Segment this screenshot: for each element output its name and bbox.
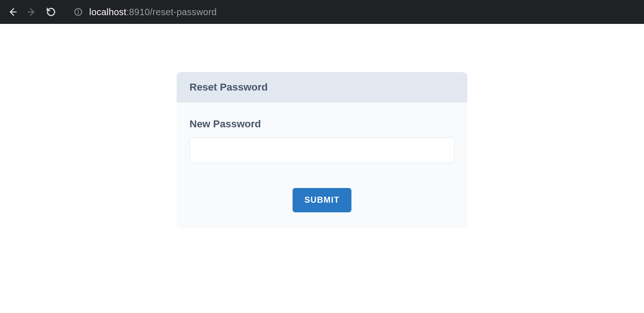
browser-toolbar: localhost:8910/reset-password bbox=[0, 0, 644, 24]
svg-point-4 bbox=[78, 10, 79, 11]
password-input[interactable] bbox=[190, 137, 454, 163]
reload-button[interactable] bbox=[42, 3, 60, 21]
address-bar[interactable]: localhost:8910/reset-password bbox=[67, 3, 640, 21]
submit-row: Submit bbox=[190, 188, 454, 212]
card-body: New Password Submit bbox=[177, 102, 467, 228]
card-title: Reset Password bbox=[190, 81, 454, 93]
submit-button[interactable]: Submit bbox=[293, 188, 351, 212]
site-info-icon[interactable] bbox=[74, 7, 83, 17]
back-button[interactable] bbox=[4, 3, 21, 21]
forward-button[interactable] bbox=[23, 3, 40, 21]
card-header: Reset Password bbox=[177, 72, 467, 102]
password-label: New Password bbox=[190, 118, 454, 130]
url-rest: :8910/reset-password bbox=[126, 7, 217, 17]
reset-password-card: Reset Password New Password Submit bbox=[177, 72, 467, 228]
url-host: localhost bbox=[89, 7, 126, 17]
page-content: Reset Password New Password Submit bbox=[0, 24, 644, 228]
url-text: localhost:8910/reset-password bbox=[89, 7, 217, 17]
